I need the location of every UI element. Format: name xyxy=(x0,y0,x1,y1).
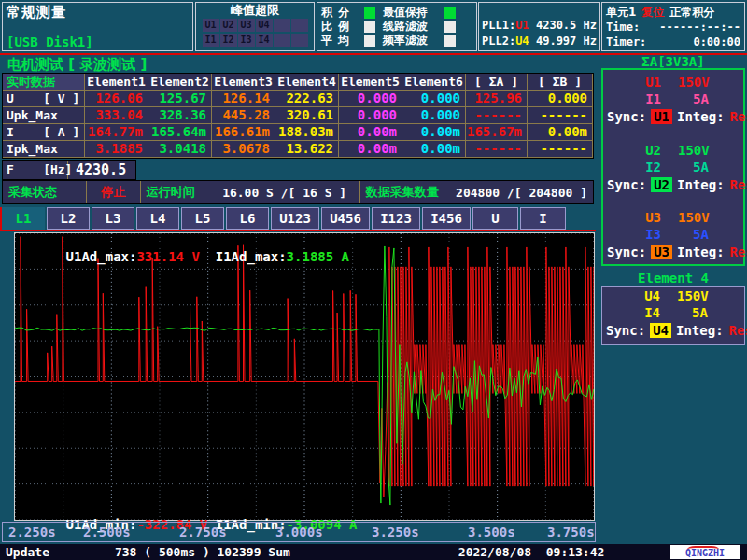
measure-toggles-box: 积分 最值保持 比例 线路滤波 平均 频率滤波 xyxy=(317,2,477,51)
integ-reset[interactable]: Reset xyxy=(730,109,747,124)
sync-source-badge[interactable]: U2 xyxy=(651,177,672,192)
channel-tab-bar: L1 L2 L3 L4 L5 L6 U123 U456 I123 I456 U … xyxy=(2,207,566,230)
sync-label: Sync: xyxy=(606,323,645,338)
peak-cell xyxy=(274,19,290,32)
tab-l4[interactable]: L4 xyxy=(136,207,179,230)
sync-source-badge[interactable]: U3 xyxy=(651,245,672,259)
table-value: 126.14 xyxy=(212,91,275,107)
peak-title: 峰值超限 xyxy=(196,3,314,17)
table-value: 0.000 xyxy=(528,91,593,107)
unit-mode: 正常积分 xyxy=(669,5,714,21)
table-header-element3: Element3 xyxy=(212,74,275,91)
x-tick: 2.500s xyxy=(83,525,131,539)
analyzer-screen: 常规测量 [USB Disk1] 峰值超限 U1 U2 U3 U4 I1 I2 … xyxy=(0,0,747,560)
table-value: 320.61 xyxy=(275,107,339,124)
table-value: 164.77m xyxy=(85,124,148,141)
table-value: 165.67m xyxy=(466,124,528,141)
sync-label: Sync: xyxy=(607,245,646,259)
table-header-element2: Element2 xyxy=(148,74,212,91)
tab-i123[interactable]: I123 xyxy=(372,207,420,230)
sync-label: Sync: xyxy=(607,109,646,124)
table-value: 0.00m xyxy=(402,141,466,158)
sync-source-badge[interactable]: U1 xyxy=(651,109,672,124)
pll1-source: U1 xyxy=(515,19,529,32)
timer-label: Timer: xyxy=(606,35,646,49)
time-value: ------:--:-- xyxy=(659,21,740,34)
u3-name: U3 xyxy=(603,210,661,227)
toggle-label-freq-filter: 频率滤波 xyxy=(383,33,444,49)
max-annotation: U1Ad_max:331.14 V I1Ad_max:3.1885 A xyxy=(19,234,349,279)
average-checkbox[interactable] xyxy=(364,35,375,47)
integ-reset[interactable]: Reset xyxy=(729,323,747,338)
runtime-label: 运行时间 xyxy=(141,184,217,201)
section-title: 电机测试 [ 录波测试 ] xyxy=(7,56,147,74)
table-value: ------ xyxy=(466,141,528,158)
datetime: 2022/08/08 09:13:42 xyxy=(458,545,605,559)
integ-label: Integ: xyxy=(676,323,724,338)
max-hold-checkbox[interactable] xyxy=(444,7,456,19)
u1-name: U1 xyxy=(603,75,661,91)
peak-cell: U4 xyxy=(256,19,273,32)
u-max-value: 331.14 V xyxy=(136,249,199,264)
u2-range: 150V xyxy=(678,143,710,160)
u4-name: U4 xyxy=(602,288,660,305)
i-max-value: 3.1885 A xyxy=(287,249,349,264)
table-value: 0.00m xyxy=(528,124,593,141)
pll-box: PLL1: U1 4230.5 Hz PLL2: U4 49.997 Hz xyxy=(478,2,600,51)
table-value: 165.64m xyxy=(148,124,212,141)
tab-l3[interactable]: L3 xyxy=(92,207,134,230)
i3-range: 5A xyxy=(693,227,709,244)
line-filter-checkbox[interactable] xyxy=(444,21,456,33)
integ-reset[interactable]: Reset xyxy=(730,245,747,259)
x-tick: 3.250s xyxy=(372,525,419,539)
tab-l6[interactable]: L6 xyxy=(226,207,269,230)
frequency-value: 4230.5 xyxy=(76,161,126,178)
ratio-checkbox[interactable] xyxy=(364,21,375,33)
tab-u456[interactable]: U456 xyxy=(321,207,370,230)
qingzhi-logo: QINGZHI xyxy=(670,545,740,559)
toggle-label-average: 平均 xyxy=(321,33,364,49)
mode-title: 常规测量 xyxy=(7,4,189,21)
integral-checkbox[interactable] xyxy=(364,7,375,19)
tab-i[interactable]: I xyxy=(520,207,566,230)
u1-range: 150V xyxy=(678,75,710,91)
tab-l5[interactable]: L5 xyxy=(181,207,224,230)
tab-l2[interactable]: L2 xyxy=(47,207,90,230)
table-value: 445.28 xyxy=(212,107,275,124)
i4-range: 5A xyxy=(692,305,708,322)
i2-name: I2 xyxy=(603,160,661,176)
pll1-value: 4230.5 Hz xyxy=(536,19,597,32)
peak-cell: U2 xyxy=(220,19,237,32)
integ-reset[interactable]: Reset xyxy=(730,177,747,192)
peak-grid-row1: U1 U2 U3 U4 xyxy=(196,19,314,32)
x-tick: 3.000s xyxy=(275,525,323,539)
sync-source-badge[interactable]: U4 xyxy=(650,323,671,338)
sample-count-value: 204800 /[ 204800 ] xyxy=(450,186,593,200)
i-max-label: I1Ad_max: xyxy=(216,249,287,264)
i1-range: 5A xyxy=(693,91,709,108)
u2-name: U2 xyxy=(603,143,661,160)
u-max-label: U1Ad_max: xyxy=(66,249,137,264)
x-tick: 2.250s xyxy=(8,525,56,539)
i4-name: I4 xyxy=(602,305,660,322)
sample-count-label: 数据采集数量 xyxy=(360,184,450,201)
unit-name: 单元1 xyxy=(606,5,636,21)
integ-label: Integ: xyxy=(677,109,725,124)
peak-grid-row2: I1 I2 I3 I4 xyxy=(196,34,314,47)
tab-u123[interactable]: U123 xyxy=(271,207,319,230)
tab-i456[interactable]: I456 xyxy=(422,207,471,230)
tab-u[interactable]: U xyxy=(472,207,518,230)
tab-l1[interactable]: L1 xyxy=(2,207,45,230)
peak-cell: U1 xyxy=(203,19,219,32)
x-tick: 3.500s xyxy=(468,525,515,539)
table-value: 222.63 xyxy=(275,91,339,107)
freq-filter-checkbox[interactable] xyxy=(444,35,456,47)
table-value: 13.622 xyxy=(275,141,339,158)
table-value: 0.000 xyxy=(402,91,466,107)
unit-reset-indicator[interactable]: 复位 xyxy=(641,5,664,21)
mode-box: 常规测量 [USB Disk1] xyxy=(2,2,193,51)
table-value: 166.61m xyxy=(212,124,275,141)
i1-name: I1 xyxy=(603,91,661,108)
table-header-element5: Element5 xyxy=(339,74,402,91)
peak-cell xyxy=(274,34,290,47)
